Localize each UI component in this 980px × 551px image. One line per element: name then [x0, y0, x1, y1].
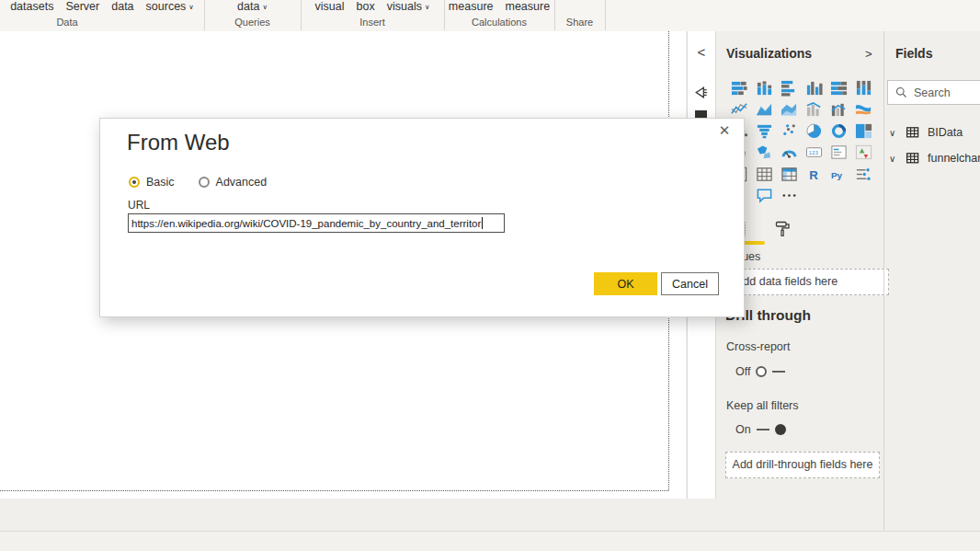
toggle-track-icon: [757, 429, 769, 430]
ribbon-item-box[interactable]: box: [357, 0, 375, 13]
viz-scatter-chart-icon[interactable]: [777, 121, 802, 141]
tab-format[interactable]: [772, 219, 792, 239]
fields-pane: Fields Search ∨BIData∨funnelchart: [883, 31, 980, 531]
viz-treemap-icon[interactable]: [851, 121, 876, 141]
toggle-on-knob-icon: [775, 424, 786, 435]
toggle-off-knob-icon: [756, 366, 767, 377]
ribbon-group-calculations: measuremeasure Calculations: [444, 0, 555, 30]
keep-all-filters-toggle[interactable]: On: [735, 423, 786, 436]
ribbon-items-queries: data∨: [237, 0, 268, 13]
viz-line-chart-icon[interactable]: [727, 99, 752, 120]
mode-radio-group: Basic Advanced: [129, 176, 267, 189]
viz-icon-grid: 123RPy: [727, 77, 876, 207]
viz-q-and-a-icon[interactable]: [752, 186, 777, 206]
ribbon-item-data[interactable]: data∨: [237, 0, 268, 13]
viz-clustered-column-chart-icon[interactable]: [802, 77, 826, 98]
ribbon-group-share: Share: [554, 0, 606, 30]
text-cursor: [482, 217, 483, 229]
svg-text:Py: Py: [831, 169, 843, 179]
chevron-down-icon[interactable]: ∨: [889, 154, 898, 164]
visualizations-title: Visualizations: [726, 46, 812, 61]
viz-filled-map-icon[interactable]: [752, 143, 777, 163]
viz-line-and-stacked-column-chart-icon[interactable]: [802, 99, 826, 120]
canvas-page-border-bottom: [0, 490, 668, 491]
ribbon-group-label: Share: [566, 17, 593, 28]
viz-ribbon-chart-icon[interactable]: [851, 99, 876, 120]
fields-title: Fields: [895, 46, 932, 61]
search-placeholder: Search: [914, 86, 951, 99]
viz-stacked-column-chart-icon[interactable]: [752, 77, 777, 98]
viz-funnel-chart-icon[interactable]: [752, 121, 777, 141]
ribbon-item-measure[interactable]: measure: [506, 0, 551, 13]
dropdown-caret-icon: ∨: [425, 3, 430, 11]
ribbon-group-insert: visualboxvisuals∨ Insert: [301, 0, 445, 30]
fields-table-list: ∨BIData∨funnelchart: [884, 120, 980, 171]
viz-matrix-icon[interactable]: [777, 164, 802, 184]
collapse-visualizations-chevron-icon[interactable]: >: [865, 47, 872, 61]
url-label: URL: [128, 199, 150, 212]
toggle-track-icon: [772, 371, 785, 373]
viz-more-visuals-icon[interactable]: [777, 186, 802, 206]
ribbon: datasetsServerdatasources∨ Data data∨ Qu…: [0, 0, 980, 32]
cancel-button[interactable]: Cancel: [661, 272, 719, 295]
filter-funnel-icon[interactable]: [692, 85, 710, 106]
ribbon-items-insert: visualboxvisuals∨: [315, 0, 430, 13]
viz-card-icon[interactable]: 123: [802, 143, 826, 163]
svg-text:R: R: [809, 167, 818, 181]
viz-kpi-icon[interactable]: [851, 143, 876, 163]
viz-stacked-bar-100-icon[interactable]: [826, 77, 851, 98]
viz-gauge-icon[interactable]: [777, 143, 802, 163]
ribbon-item-sources[interactable]: sources∨: [146, 0, 194, 13]
add-drill-through-fields-dropzone[interactable]: Add drill-through fields here: [725, 452, 880, 478]
ribbon-item-datasets[interactable]: datasets: [10, 0, 53, 13]
viz-pie-chart-icon[interactable]: [802, 121, 826, 141]
expand-filters-chevron-icon[interactable]: <: [688, 44, 715, 60]
table-icon: [906, 151, 920, 166]
ribbon-item-visuals[interactable]: visuals∨: [387, 0, 430, 13]
viz-python-visual-icon[interactable]: Py: [826, 164, 851, 184]
close-icon[interactable]: ✕: [717, 123, 732, 138]
ribbon-item-Server[interactable]: Server: [65, 0, 99, 13]
field-table-BIData[interactable]: ∨BIData: [884, 120, 980, 145]
radio-basic[interactable]: Basic: [129, 176, 175, 189]
keep-all-filters-label: Keep all filters: [726, 399, 799, 412]
viz-stacked-area-chart-icon[interactable]: [777, 99, 802, 120]
ribbon-group-label: Calculations: [472, 17, 527, 28]
viz-stacked-column-100-icon[interactable]: [851, 77, 876, 98]
ribbon-items-calculations: measuremeasure: [449, 0, 550, 13]
ribbon-group-queries: data∨ Queries: [204, 0, 302, 30]
ribbon-item-visual[interactable]: visual: [315, 0, 345, 13]
url-value: https://en.wikipedia.org/wiki/COVID-19_p…: [131, 218, 481, 229]
viz-table-icon[interactable]: [752, 164, 777, 184]
viz-multi-row-card-icon[interactable]: [826, 143, 851, 163]
field-table-funnelchart[interactable]: ∨funnelchart: [884, 145, 980, 171]
field-table-label: funnelchart: [928, 152, 980, 165]
chevron-down-icon[interactable]: ∨: [889, 128, 898, 138]
radio-advanced[interactable]: Advanced: [199, 176, 268, 189]
viz-clustered-bar-chart-icon[interactable]: [777, 77, 802, 98]
ribbon-item-measure[interactable]: measure: [449, 0, 494, 13]
ok-button[interactable]: OK: [594, 272, 657, 295]
dialog-title: From Web: [127, 130, 230, 155]
search-icon: [895, 86, 908, 99]
viz-area-chart-icon[interactable]: [752, 99, 777, 120]
viz-donut-chart-icon[interactable]: [826, 121, 851, 141]
url-input[interactable]: https://en.wikipedia.org/wiki/COVID-19_p…: [128, 213, 505, 233]
viz-key-influencers-icon[interactable]: [851, 164, 876, 184]
from-web-dialog: ✕ From Web Basic Advanced URL https://en…: [99, 118, 745, 317]
viz-line-and-clustered-column-chart-icon[interactable]: [826, 99, 851, 120]
fields-search-input[interactable]: Search: [887, 80, 980, 105]
powerbi-window: datasetsServerdatasources∨ Data data∨ Qu…: [0, 0, 980, 551]
ribbon-group-label: Queries: [234, 17, 270, 28]
ribbon-group-label: Data: [56, 17, 77, 28]
ribbon-item-data[interactable]: data: [111, 0, 133, 13]
add-data-fields-dropzone[interactable]: Add data fields here: [725, 269, 889, 295]
radio-basic-label: Basic: [146, 176, 175, 189]
viz-stacked-bar-chart-icon[interactable]: [727, 77, 752, 98]
ribbon-group-label: Insert: [359, 17, 385, 28]
dropdown-caret-icon: ∨: [188, 3, 194, 11]
viz-r-script-icon[interactable]: R: [802, 164, 826, 184]
cross-report-toggle[interactable]: Off: [735, 365, 785, 378]
collapsed-pane-icon[interactable]: [695, 110, 707, 118]
cross-report-label: Cross-report: [726, 340, 790, 353]
